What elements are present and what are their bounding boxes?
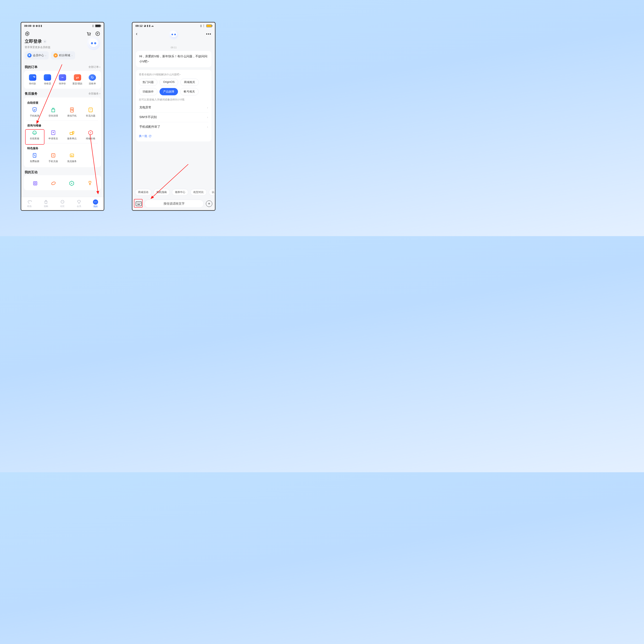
voice-input-button[interactable]: 按住说话转文字 <box>144 200 204 208</box>
more-menu[interactable]: ••• <box>206 32 211 36</box>
chevron-right-icon: › <box>207 106 208 109</box>
q-broken[interactable]: 手机或配件坏了› <box>139 122 208 132</box>
online-service[interactable]: 在线客服 <box>25 128 44 142</box>
svg-point-24 <box>62 202 62 202</box>
svg-point-3 <box>96 32 100 36</box>
inter-item-3[interactable] <box>62 179 81 188</box>
strip-coupons[interactable]: 领券中心 <box>172 189 188 196</box>
quick-links-strip: 商城活动 购机指南 领券中心 机型对比 以 <box>132 187 215 197</box>
orders-all-link[interactable]: 全部订单 › <box>88 65 100 69</box>
points-mall-pill[interactable]: 积分商城› <box>51 51 75 59</box>
strip-more[interactable]: 以 <box>209 189 215 196</box>
battery-icon <box>206 24 212 27</box>
free-data[interactable]: 免流服务 <box>62 151 81 165</box>
service-outlets[interactable]: 服务网点 <box>62 128 81 142</box>
refresh-button[interactable]: 换一批 <box>139 134 208 138</box>
keyboard-toggle[interactable] <box>135 200 142 207</box>
inter-item-2[interactable] <box>44 179 62 188</box>
svg-text:?: ? <box>90 109 91 111</box>
battery-icon <box>95 24 101 27</box>
login-subtitle: 登录享受更多会员权益 <box>25 46 50 49</box>
svg-rect-29 <box>136 202 141 206</box>
phone-screen-2: 09:12 ◕ ▮ ▮ ☁ ▯ ⋮ ‹ ••• 09:11 Hi，亲爱的V粉，新… <box>132 22 216 211</box>
phone-recharge[interactable]: ¥手机充值 <box>44 151 62 165</box>
order-pending-pay[interactable]: 待付款 <box>25 73 40 87</box>
selfcheck-title: 自助排查 <box>25 99 100 105</box>
back-button[interactable]: ‹ <box>136 31 137 37</box>
order-pending-review[interactable]: •••待评价 <box>55 73 70 87</box>
interaction-title: 我的互动 <box>25 170 38 174</box>
service-all-link[interactable]: 全部服务 › <box>88 92 100 96</box>
chip-function[interactable]: 功能操作 <box>139 88 157 95</box>
order-pending-receive[interactable]: 待收货 <box>40 73 55 87</box>
strip-compare[interactable]: 机型对比 <box>190 189 207 196</box>
cart-icon[interactable] <box>86 31 91 36</box>
phone-check[interactable]: 手机检测 <box>25 105 44 119</box>
tab-featured[interactable]: 精选 <box>21 197 38 210</box>
svg-point-11 <box>70 134 71 135</box>
login-title: 立即登录 <box>25 38 42 44</box>
chip-hot[interactable]: 热门问题 <box>139 79 157 86</box>
free-film[interactable]: 免费贴膜 <box>25 151 44 165</box>
tab-bar: 精选 选购 社区 会员 我的 <box>21 197 104 210</box>
chevron-right-icon: › <box>207 125 208 129</box>
apply-aftersale[interactable]: 申请售后 <box>44 128 62 142</box>
category-chips: 热门问题 OriginOS 商城相关 功能操作 产品故障 帐号相关 <box>139 79 208 95</box>
chevron-right-icon: › <box>207 115 208 119</box>
svg-point-26 <box>63 202 63 202</box>
bot-avatar <box>169 30 178 39</box>
status-bar: 09:09 ◍ ◉ ▮ ▮ ▯ <box>21 23 104 29</box>
chip-fault[interactable]: 产品故障 <box>159 88 178 95</box>
special-title: 特色服务 <box>25 145 100 151</box>
svg-point-21 <box>51 181 56 185</box>
space-clean[interactable]: 空间清理 <box>44 105 62 119</box>
inter-item-1[interactable] <box>26 179 44 188</box>
message-icon[interactable] <box>95 31 100 36</box>
member-center-pill[interactable]: 会员中心› <box>25 51 49 59</box>
status-bar: 09:12 ◕ ▮ ▮ ☁ ▯ ⋮ <box>132 23 215 29</box>
status-icons: ◍ ◉ ▮ ▮ <box>33 24 42 27</box>
sim-icon: ▯ <box>92 24 94 27</box>
orders-card: 待付款 待收货 •••待评价 ⇄退货/退款 ↻回收单 <box>24 71 101 89</box>
settings-hex-icon[interactable] <box>25 31 30 36</box>
tab-community[interactable]: 社区 <box>54 197 71 210</box>
chip-originos[interactable]: OriginOS <box>159 79 178 86</box>
refresh-icon <box>149 135 152 138</box>
find-phone[interactable]: 查找手机 <box>62 105 81 119</box>
inter-item-4[interactable] <box>81 179 99 188</box>
svg-point-32 <box>139 203 140 204</box>
faq-card: 看看全能的小V都能解决什么问题吧~ 热门问题 OriginOS 商城相关 功能操… <box>136 70 211 141</box>
repair-price[interactable]: ¥维修价格 <box>81 128 100 142</box>
order-recycle[interactable]: ↻回收单 <box>85 73 100 87</box>
status-icons: ◕ ▮ ▮ ☁ <box>144 24 154 27</box>
chat-timestamp: 09:11 <box>132 46 215 49</box>
faq[interactable]: ?常见问题 <box>81 105 100 119</box>
status-time: 09:09 <box>24 24 31 27</box>
chevron-right-icon: › <box>43 40 47 43</box>
phone-screen-1: 09:09 ◍ ◉ ▮ ▮ ▯ 立即登录 › 登录享受更多会员权益 会员中心› <box>21 22 104 211</box>
consult-title: 咨询与维修 <box>25 122 100 128</box>
chip-account[interactable]: 帐号相关 <box>180 88 199 95</box>
svg-point-33 <box>140 203 141 204</box>
svg-point-22 <box>71 183 72 184</box>
login-button[interactable]: 立即登录 › <box>25 38 50 44</box>
avatar[interactable] <box>87 37 100 50</box>
svg-point-0 <box>27 33 28 34</box>
q-charging[interactable]: 充电异常› <box>139 103 208 112</box>
chip-mall[interactable]: 商城相关 <box>180 79 199 86</box>
q-sim[interactable]: SIM卡不识别› <box>139 112 208 122</box>
strip-mall-activity[interactable]: 商城活动 <box>135 189 151 196</box>
svg-point-1 <box>88 35 89 36</box>
interaction-card <box>24 175 101 190</box>
status-time: 09:12 <box>135 24 143 27</box>
tab-shop[interactable]: 选购 <box>38 197 54 210</box>
tab-member[interactable]: 会员 <box>71 197 87 210</box>
order-return[interactable]: ⇄退货/退款 <box>70 73 85 87</box>
svg-rect-34 <box>137 204 140 205</box>
plus-button[interactable]: + <box>206 200 212 207</box>
diamond-icon <box>27 53 32 58</box>
tab-mine[interactable]: 我的 <box>87 197 104 210</box>
faq-hint2: 您可以直接输入关键词或像这样问小V哦 <box>139 98 208 102</box>
faq-hint: 看看全能的小V都能解决什么问题吧~ <box>139 73 208 76</box>
strip-buy-guide[interactable]: 购机指南 <box>153 189 170 196</box>
